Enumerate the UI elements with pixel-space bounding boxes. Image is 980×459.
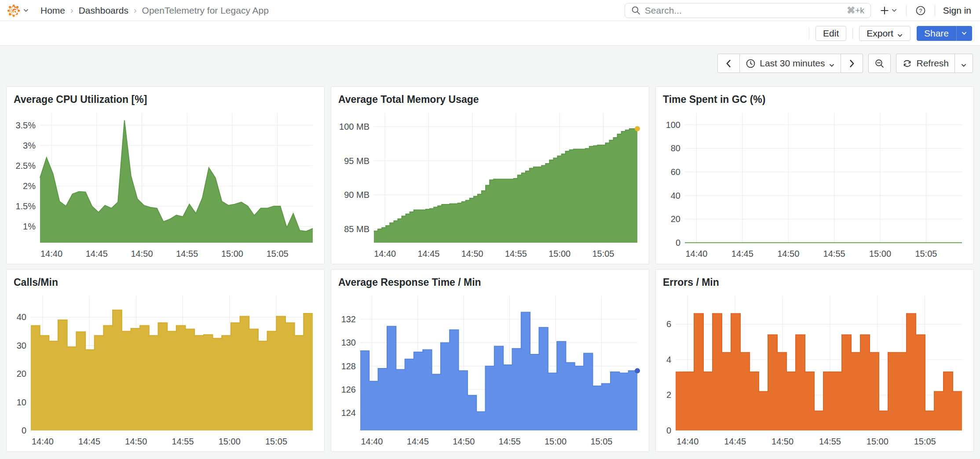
svg-text:15:00: 15:00 — [867, 437, 889, 446]
help-button[interactable]: ? — [913, 4, 929, 18]
svg-text:14:45: 14:45 — [78, 437, 100, 446]
svg-text:20: 20 — [17, 369, 26, 379]
svg-text:100 MB: 100 MB — [339, 122, 369, 131]
divider — [935, 5, 935, 16]
svg-text:14:55: 14:55 — [499, 437, 521, 446]
chevron-down-icon — [829, 60, 835, 66]
svg-text:15:00: 15:00 — [221, 249, 243, 259]
refresh-icon — [902, 58, 912, 69]
svg-text:14:55: 14:55 — [176, 249, 198, 259]
refresh-interval-caret[interactable] — [954, 54, 973, 73]
export-button[interactable]: Export — [859, 26, 911, 41]
export-button-label: Export — [867, 28, 893, 39]
panel-title[interactable]: Time Spent in GC (%) — [663, 94, 765, 106]
share-button-label: Share — [924, 28, 949, 39]
svg-text:2.5%: 2.5% — [15, 161, 36, 171]
timeseries-chart[interactable]: 14:4014:4514:5014:5515:0015:050204060801… — [658, 108, 968, 260]
svg-text:14:55: 14:55 — [172, 437, 194, 446]
svg-text:14:55: 14:55 — [823, 249, 845, 259]
share-menu-caret[interactable] — [956, 26, 972, 41]
svg-text:90 MB: 90 MB — [344, 190, 369, 200]
svg-text:14:45: 14:45 — [724, 437, 746, 446]
panel-memory-usage: Average Total Memory Usage 14:4014:4514:… — [331, 86, 649, 264]
svg-text:14:55: 14:55 — [819, 437, 841, 446]
svg-text:15:00: 15:00 — [545, 437, 567, 446]
timeseries-chart[interactable]: 14:4014:4514:5014:5515:0015:051241261281… — [334, 291, 644, 448]
svg-text:95 MB: 95 MB — [344, 156, 369, 166]
zoom-out-time-button[interactable] — [869, 54, 890, 73]
panel-title[interactable]: Average Total Memory Usage — [338, 94, 479, 106]
time-shift-forward-button[interactable] — [841, 54, 863, 73]
breadcrumb: Home › Dashboards › OpenTelemetry for Le… — [40, 5, 269, 16]
svg-text:30: 30 — [17, 341, 26, 350]
time-controls: Last 30 minutes — [0, 46, 980, 73]
svg-text:4: 4 — [666, 355, 671, 364]
breadcrumb-dashboards[interactable]: Dashboards — [79, 5, 128, 16]
svg-text:20: 20 — [671, 214, 680, 224]
panel-title[interactable]: Average CPU Utilization [%] — [14, 94, 147, 106]
svg-text:80: 80 — [671, 143, 680, 153]
edit-button[interactable]: Edit — [815, 26, 846, 41]
svg-text:14:40: 14:40 — [685, 249, 707, 259]
search-shortcut-hint: ⌘+k — [847, 5, 864, 15]
chevron-down-icon — [891, 7, 897, 14]
svg-text:15:05: 15:05 — [267, 249, 289, 259]
svg-text:3%: 3% — [23, 141, 36, 150]
svg-text:40: 40 — [17, 312, 26, 322]
svg-text:14:50: 14:50 — [125, 437, 147, 446]
svg-text:?: ? — [919, 7, 922, 14]
svg-text:6: 6 — [666, 319, 671, 329]
refresh-button-label: Refresh — [916, 58, 949, 69]
panel-errors-per-min: Errors / Min 14:4014:4514:5014:5515:0015… — [655, 269, 974, 452]
panel-response-time: Average Response Time / Min 14:4014:4514… — [331, 269, 649, 452]
svg-text:14:50: 14:50 — [131, 249, 153, 259]
svg-text:40: 40 — [671, 191, 680, 200]
help-icon: ? — [915, 5, 926, 16]
svg-text:14:45: 14:45 — [731, 249, 753, 259]
svg-text:124: 124 — [341, 408, 356, 418]
time-shift-back-button[interactable] — [718, 54, 739, 73]
svg-text:3.5%: 3.5% — [15, 120, 36, 130]
chevron-left-icon — [724, 58, 734, 69]
chevron-down-icon — [961, 60, 967, 66]
svg-text:126: 126 — [341, 385, 356, 394]
svg-text:60: 60 — [671, 167, 680, 177]
chevron-down-icon — [961, 30, 967, 36]
zoom-out-icon — [874, 58, 885, 69]
svg-text:0: 0 — [676, 238, 680, 248]
panel-title[interactable]: Average Response Time / Min — [338, 277, 481, 289]
svg-text:14:55: 14:55 — [505, 249, 527, 259]
svg-text:14:45: 14:45 — [86, 249, 108, 259]
timeseries-chart[interactable]: 14:4014:4514:5014:5515:0015:050246 — [658, 291, 968, 448]
svg-text:15:05: 15:05 — [592, 249, 614, 259]
svg-text:14:40: 14:40 — [361, 437, 383, 446]
svg-text:130: 130 — [341, 338, 356, 347]
breadcrumb-separator: › — [70, 5, 73, 15]
panel-title[interactable]: Errors / Min — [663, 277, 719, 289]
panel-title[interactable]: Calls/Min — [14, 277, 58, 289]
timeseries-chart[interactable]: 14:4014:4514:5014:5515:0015:051%1.5%2%2.… — [9, 108, 319, 260]
time-range-picker[interactable]: Last 30 minutes — [739, 54, 841, 73]
plus-icon — [880, 6, 889, 15]
chevron-down-icon — [23, 7, 29, 14]
breadcrumb-home[interactable]: Home — [40, 5, 65, 16]
svg-text:1.5%: 1.5% — [15, 201, 36, 211]
sign-in-button[interactable]: Sign in — [941, 5, 973, 16]
refresh-button[interactable]: Refresh — [896, 54, 954, 73]
search-placeholder: Search... — [645, 5, 842, 16]
timeseries-chart[interactable]: 14:4014:4514:5014:5515:0015:0585 MB90 MB… — [334, 108, 644, 260]
clock-icon — [746, 58, 756, 69]
chevron-down-icon — [897, 30, 903, 36]
svg-text:128: 128 — [341, 361, 356, 371]
new-menu-button[interactable] — [877, 4, 900, 17]
share-button[interactable]: Share — [917, 26, 956, 41]
search-input[interactable]: Search... ⌘+k — [625, 3, 871, 18]
svg-text:100: 100 — [666, 120, 680, 130]
svg-text:2: 2 — [666, 390, 671, 400]
divider — [852, 28, 853, 39]
timeseries-chart[interactable]: 14:4014:4514:5014:5515:0015:05010203040 — [9, 291, 319, 448]
org-switcher[interactable] — [7, 4, 29, 17]
edit-button-label: Edit — [823, 28, 839, 39]
panel-grid: Average CPU Utilization [%] 14:4014:4514… — [0, 86, 980, 452]
svg-text:14:40: 14:40 — [40, 249, 62, 259]
